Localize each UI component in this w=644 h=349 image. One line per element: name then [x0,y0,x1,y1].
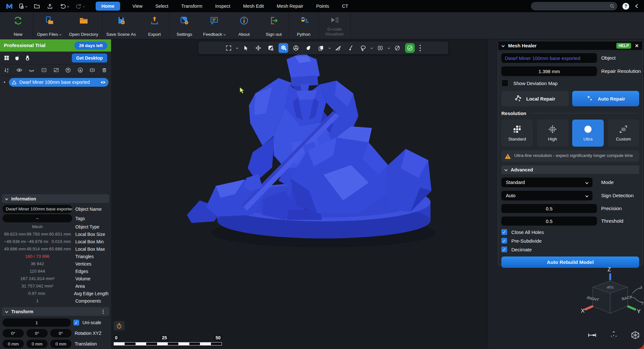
healer-object-input[interactable]: Dwarf Miner 100mm base exported [501,53,597,63]
trial-days-badge[interactable]: 29 days left [74,42,107,50]
feedback-button[interactable]: Feedback [199,12,229,39]
mirror-icon[interactable] [89,67,95,73]
export-button[interactable]: Export [140,12,169,39]
repair-resolution-input[interactable]: 1.398 mm [501,66,597,76]
tags-input[interactable]: – [3,214,72,222]
redo-button[interactable] [75,3,85,9]
move-down-icon[interactable] [77,67,83,73]
threshold-input[interactable]: 0.5 [501,217,597,226]
frame-select-tool[interactable] [224,43,233,53]
resolution-custom-card[interactable]: Custom [608,120,639,147]
chevron-down-icon[interactable] [328,47,331,49]
close-icon[interactable]: × [635,43,639,49]
duplicate-tool[interactable] [316,43,326,53]
collapse-left-icon[interactable] [634,4,639,9]
blob-select-tool[interactable] [304,43,313,53]
linux-icon[interactable] [25,55,30,61]
about-button[interactable]: About [229,12,259,39]
hide-eye-icon[interactable] [28,67,35,73]
mask-settings-tool[interactable] [266,43,276,53]
advanced-header[interactable]: Advanced [501,165,639,174]
help-button[interactable]: ? [622,3,629,10]
translation-z-input[interactable]: 0 mm [50,340,71,348]
select-marquee-icon[interactable] [41,67,47,73]
sphere-select-tool[interactable] [291,43,301,53]
timer-chip[interactable] [114,321,125,331]
perspective-cube-icon[interactable] [631,331,639,339]
new-button[interactable]: New [3,12,33,39]
get-desktop-button[interactable]: Get Desktop [72,53,107,63]
rotation-x-input[interactable]: 0° [3,329,24,337]
resolution-ultra-card[interactable]: Ultra [572,120,604,147]
apple-icon[interactable] [14,55,20,61]
cursor-select-tool[interactable] [241,43,251,53]
deselect-all-tool[interactable] [393,43,402,53]
accept-tool[interactable] [405,43,415,53]
delete-icon[interactable] [101,67,107,73]
pre-subdivide-checkbox[interactable]: ✓ [501,238,507,244]
tab-transform[interactable]: Transform [181,2,203,11]
transform-menu-icon[interactable]: ⋮ [101,309,106,315]
mesh-healer-header[interactable]: Mesh Healer HELP × [498,41,642,50]
tab-ct[interactable]: CT [341,2,349,11]
transform-header[interactable]: Transform ⋮ [2,307,109,316]
decimate-checkbox[interactable]: ✓ [501,247,507,252]
orientation-gizmo[interactable]: Z TOP RIGHT BACK X Y [577,265,644,326]
open-files-button[interactable]: Open Files [33,12,65,39]
translation-y-input[interactable]: 0 mm [26,340,48,348]
rotation-z-input[interactable]: 0° [50,329,71,337]
add-to-selection-tool[interactable] [279,43,288,53]
open-directory-button[interactable]: Open Directory [65,12,102,39]
save-scene-as-button[interactable]: Save Scene As [102,12,140,39]
tab-home[interactable]: Home [96,2,120,11]
visibility-eye-icon[interactable] [100,80,106,85]
show-deviation-checkbox[interactable] [501,80,508,87]
undo-button[interactable] [60,3,69,9]
move-tool[interactable] [253,43,263,53]
mode-select[interactable]: Standard [501,178,592,187]
local-repair-button[interactable]: Local Repair [501,91,569,106]
show-eye-icon[interactable] [16,67,23,73]
close-all-holes-checkbox[interactable]: ✓ [501,229,507,235]
python-button[interactable]: Python [289,12,318,39]
object-list-item[interactable]: Dwarf Miner 100mm base exported [9,78,109,87]
tab-view[interactable]: View [132,2,143,11]
marquee-x-tool[interactable] [375,43,385,53]
settings-button[interactable]: Settings [170,12,199,39]
object-name-input[interactable]: Dwarf Miner 100mm base exported [3,205,72,213]
information-header[interactable]: Information [2,194,109,203]
resolution-high-card[interactable]: High [537,120,568,147]
auto-repair-button[interactable]: Auto Repair [572,91,639,106]
search-input[interactable] [531,2,617,10]
resolution-standard-card[interactable]: Standard [501,120,533,147]
precision-input[interactable]: 0.5 [501,204,597,213]
chevron-down-icon[interactable] [371,47,373,49]
upload-button[interactable] [47,3,53,9]
mesh-model-dwarf-miner[interactable] [111,39,487,349]
chevron-down-icon[interactable] [236,47,238,49]
more-tools-icon[interactable] [418,43,423,53]
lasso-select-tool[interactable] [358,43,368,53]
tab-mesh-edit[interactable]: Mesh Edit [242,2,264,11]
chevron-down-icon[interactable] [388,47,390,49]
rotation-y-input[interactable]: 0° [26,329,48,337]
tab-inspect[interactable]: Inspect [214,2,231,11]
open-folder-button[interactable] [33,3,40,9]
help-badge[interactable]: HELP [616,43,631,49]
new-file-button[interactable] [18,3,27,9]
translation-x-input[interactable]: 0 mm [3,340,24,348]
3d-viewport[interactable]: 0 25 50 [111,39,487,349]
orbit-icon[interactable] [610,331,618,339]
sign-detection-select[interactable]: Auto [501,191,592,200]
deselect-marquee-icon[interactable] [53,67,59,73]
tab-select[interactable]: Select [155,2,169,11]
sign-out-button[interactable]: Sign out [259,12,289,39]
brush-tool[interactable] [346,43,355,53]
windows-icon[interactable] [4,55,9,61]
sort-icon[interactable]: AZ [4,67,10,73]
tab-points[interactable]: Points [316,2,330,11]
tab-mesh-repair[interactable]: Mesh Repair [276,2,304,11]
scale-input[interactable]: 1 [3,318,71,327]
measure-icon[interactable] [588,333,596,337]
plane-cut-tool[interactable] [333,43,343,53]
